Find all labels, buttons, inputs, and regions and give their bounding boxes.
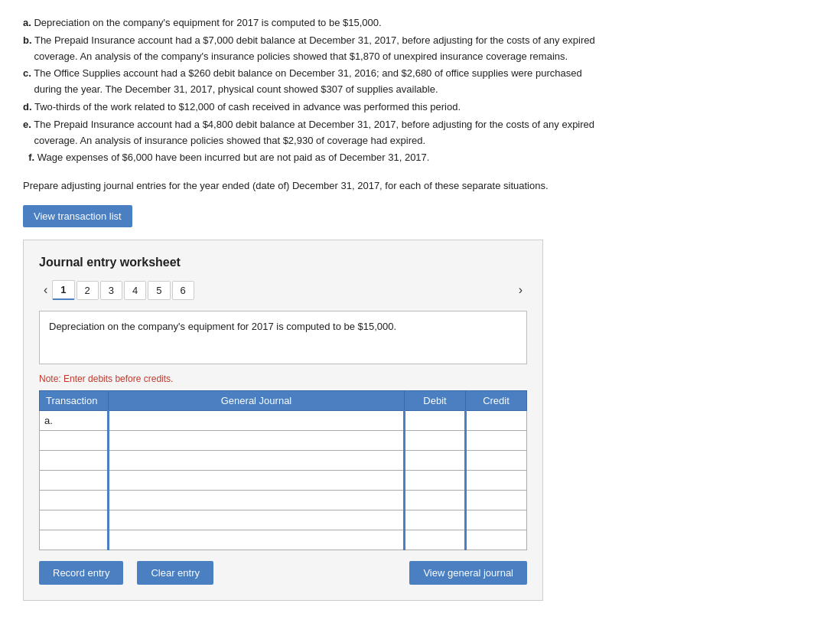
transaction-cell-1: a. (40, 411, 109, 431)
table-row (40, 431, 527, 451)
intro-item-d: d. Two-thirds of the work related to $12… (23, 99, 773, 116)
record-entry-button[interactable]: Record entry (39, 561, 123, 585)
debit-input-6[interactable] (405, 510, 464, 530)
credit-cell-2[interactable] (466, 431, 527, 451)
intro-item-b: b. The Prepaid Insurance account had a $… (23, 33, 773, 65)
tab-1[interactable]: 1 (52, 280, 74, 300)
transaction-cell-6 (40, 510, 109, 530)
entry-note: Note: Enter debits before credits. (39, 373, 527, 384)
credit-input-6[interactable] (467, 510, 526, 530)
credit-input-3[interactable] (467, 451, 526, 470)
tab-6[interactable]: 6 (172, 281, 194, 300)
credit-input-4[interactable] (467, 471, 526, 490)
credit-cell-5[interactable] (466, 491, 527, 510)
general-journal-cell-4[interactable] (109, 471, 405, 491)
tab-2[interactable]: 2 (77, 281, 99, 300)
tab-4[interactable]: 4 (124, 281, 146, 300)
general-journal-cell-3[interactable] (109, 451, 405, 471)
general-journal-cell-6[interactable] (109, 510, 405, 530)
debit-input-4[interactable] (405, 471, 464, 490)
general-journal-input-2[interactable] (109, 431, 403, 450)
intro-item-a: a. Depreciation on the company's equipme… (23, 15, 773, 31)
transaction-cell-2 (40, 431, 109, 451)
bottom-buttons: Record entry Clear entry View general jo… (39, 561, 527, 585)
tab-navigation: ‹ 1 2 3 4 5 6 › (39, 280, 527, 300)
table-row: a. (40, 411, 527, 431)
transaction-cell-5 (40, 491, 109, 510)
intro-item-e: e. The Prepaid Insurance account had a $… (23, 117, 773, 149)
credit-cell-1[interactable] (466, 411, 527, 431)
general-journal-input-4[interactable] (109, 471, 403, 490)
tab-3[interactable]: 3 (100, 281, 122, 300)
credit-input-7[interactable] (467, 530, 526, 550)
header-general-journal: General Journal (109, 391, 405, 411)
transaction-cell-3 (40, 451, 109, 471)
general-journal-input-1[interactable] (109, 411, 403, 430)
debit-cell-5[interactable] (405, 491, 466, 510)
table-row (40, 451, 527, 471)
general-journal-cell-7[interactable] (109, 530, 405, 550)
general-journal-input-7[interactable] (109, 530, 403, 550)
debit-cell-4[interactable] (405, 471, 466, 491)
credit-cell-6[interactable] (466, 510, 527, 530)
table-row (40, 530, 527, 550)
debit-input-5[interactable] (405, 491, 464, 510)
journal-table: Transaction General Journal Debit Credit… (39, 390, 527, 550)
credit-input-2[interactable] (467, 431, 526, 450)
credit-cell-4[interactable] (466, 471, 527, 491)
credit-input-5[interactable] (467, 491, 526, 510)
debit-cell-1[interactable] (405, 411, 466, 431)
transaction-cell-4 (40, 471, 109, 491)
intro-section: a. Depreciation on the company's equipme… (23, 15, 773, 166)
debit-cell-7[interactable] (405, 530, 466, 550)
debit-input-2[interactable] (405, 431, 464, 450)
view-general-journal-button[interactable]: View general journal (409, 561, 527, 585)
debit-cell-2[interactable] (405, 431, 466, 451)
credit-input-1[interactable] (467, 411, 526, 430)
table-row (40, 471, 527, 491)
general-journal-input-3[interactable] (109, 451, 403, 470)
debit-input-7[interactable] (405, 530, 464, 550)
entry-description: Depreciation on the company's equipment … (39, 311, 527, 364)
view-transaction-button[interactable]: View transaction list (23, 205, 132, 227)
debit-input-3[interactable] (405, 451, 464, 470)
table-row (40, 491, 527, 510)
worksheet-container: Journal entry worksheet ‹ 1 2 3 4 5 6 › … (23, 240, 543, 601)
intro-item-f: f. Wage expenses of $6,000 have been inc… (23, 150, 773, 166)
prev-tab-arrow[interactable]: ‹ (39, 282, 52, 298)
transaction-cell-7 (40, 530, 109, 550)
worksheet-title: Journal entry worksheet (39, 256, 527, 269)
header-debit: Debit (405, 391, 466, 411)
prepare-text: Prepare adjusting journal entries for th… (23, 180, 817, 191)
intro-item-c: c. The Office Supplies account had a $26… (23, 66, 773, 98)
general-journal-cell-2[interactable] (109, 431, 405, 451)
header-credit: Credit (466, 391, 527, 411)
table-row (40, 510, 527, 530)
debit-input-1[interactable] (405, 411, 464, 430)
general-journal-input-5[interactable] (109, 491, 403, 510)
general-journal-cell-5[interactable] (109, 491, 405, 510)
next-tab-arrow[interactable]: › (514, 282, 527, 298)
credit-cell-3[interactable] (466, 451, 527, 471)
general-journal-input-6[interactable] (109, 510, 403, 530)
header-transaction: Transaction (40, 391, 109, 411)
credit-cell-7[interactable] (466, 530, 527, 550)
clear-entry-button[interactable]: Clear entry (137, 561, 213, 585)
debit-cell-6[interactable] (405, 510, 466, 530)
debit-cell-3[interactable] (405, 451, 466, 471)
general-journal-cell-1[interactable] (109, 411, 405, 431)
tab-5[interactable]: 5 (148, 281, 170, 300)
